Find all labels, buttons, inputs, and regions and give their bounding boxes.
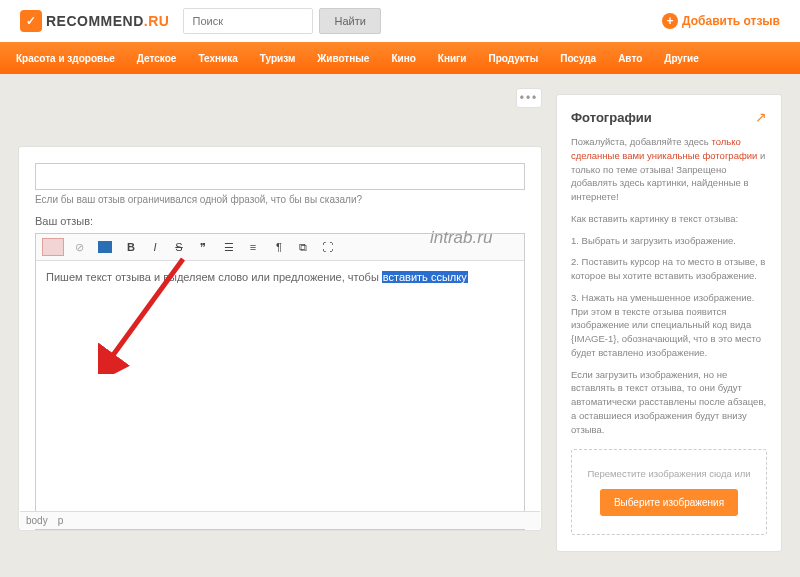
nav-item[interactable]: Детское <box>137 53 177 64</box>
nav-item[interactable]: Кино <box>391 53 415 64</box>
logo[interactable]: ✓ RECOMMEND.RU <box>20 10 169 32</box>
nav-item[interactable]: Другие <box>664 53 699 64</box>
title-hint: Если бы ваш отзыв ограничивался одной фр… <box>35 194 525 205</box>
nav-item[interactable]: Техника <box>198 53 237 64</box>
nav-item[interactable]: Животные <box>317 53 369 64</box>
upload-dropzone[interactable]: Переместите изображения сюда или Выберит… <box>571 449 767 535</box>
search-button[interactable]: Найти <box>319 8 380 34</box>
strike-icon[interactable]: S <box>170 238 188 256</box>
panel-description: Пожалуйста, добавляйте здесь только сдел… <box>571 135 767 437</box>
nav-item[interactable]: Посуда <box>560 53 596 64</box>
editor-content[interactable]: Пишем текст отзыва и выделяем слово или … <box>36 261 524 511</box>
editor-toolbar: ⊘ B I S ❞ ☰ ≡ ¶ <box>36 234 524 261</box>
choose-images-button[interactable]: Выберите изображения <box>600 489 738 516</box>
nav-item[interactable]: Авто <box>618 53 642 64</box>
list-bullet-icon[interactable]: ☰ <box>220 238 238 256</box>
status-path-p[interactable]: p <box>58 515 64 526</box>
body-label: Ваш отзыв: <box>35 215 525 227</box>
more-menu-button[interactable]: ••• <box>516 88 542 108</box>
fullscreen-icon[interactable]: ⛶ <box>318 238 336 256</box>
review-title-input[interactable] <box>35 163 525 190</box>
nav-item[interactable]: Книги <box>438 53 467 64</box>
logo-icon: ✓ <box>20 10 42 32</box>
list-number-icon[interactable]: ≡ <box>244 238 262 256</box>
review-editor-panel: Если бы ваш отзыв ограничивался одной фр… <box>18 146 542 531</box>
nav-item[interactable]: Туризм <box>260 53 296 64</box>
plus-icon: + <box>662 13 678 29</box>
add-review-label: Добавить отзыв <box>682 14 780 28</box>
bold-icon[interactable]: B <box>122 238 140 256</box>
rich-editor: ⊘ B I S ❞ ☰ ≡ ¶ <box>35 233 525 530</box>
nav-item[interactable]: Красота и здоровье <box>16 53 115 64</box>
category-nav: Красота и здоровье Детское Техника Туриз… <box>0 42 800 74</box>
editor-statusbar: body p <box>20 511 540 529</box>
unlink-icon[interactable]: ⊘ <box>70 238 88 256</box>
logo-text: RECOMMEND.RU <box>46 13 169 29</box>
status-path-body[interactable]: body <box>26 515 48 526</box>
selected-text: вставить ссылку <box>382 271 468 283</box>
panel-title: Фотографии <box>571 110 652 125</box>
search-input[interactable] <box>183 8 313 34</box>
quote-icon[interactable]: ❞ <box>194 238 212 256</box>
source-icon[interactable]: ⧉ <box>294 238 312 256</box>
photos-panel: Фотографии ↗ Пожалуйста, добавляйте здес… <box>556 94 782 552</box>
link-icon[interactable] <box>42 238 64 256</box>
format-block-icon[interactable]: ¶ <box>270 238 288 256</box>
dropzone-hint: Переместите изображения сюда или <box>582 468 756 479</box>
expand-icon[interactable]: ↗ <box>755 109 767 125</box>
nav-item[interactable]: Продукты <box>488 53 538 64</box>
image-icon[interactable] <box>96 238 114 256</box>
editor-text: Пишем текст отзыва и выделяем слово или … <box>46 271 382 283</box>
add-review-link[interactable]: + Добавить отзыв <box>662 13 780 29</box>
italic-icon[interactable]: I <box>146 238 164 256</box>
header: ✓ RECOMMEND.RU Найти + Добавить отзыв <box>0 0 800 42</box>
